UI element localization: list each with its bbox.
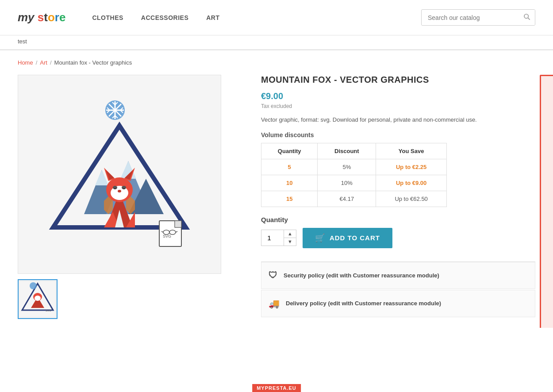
delivery-policy: 🚚 Delivery policy (edit with Customer re…: [261, 290, 535, 317]
shield-icon: 🛡: [269, 270, 277, 281]
policy-section: 🛡 Security policy (edit with Customer re…: [261, 261, 535, 317]
qty-down-button[interactable]: ▼: [284, 238, 296, 246]
search-button[interactable]: [519, 10, 535, 25]
nav-accessories[interactable]: ACCESSORIES: [141, 14, 188, 21]
logo[interactable]: my store: [18, 11, 65, 24]
breadcrumb-sep2: /: [50, 59, 52, 66]
nav-art[interactable]: ART: [206, 14, 219, 21]
header: my store CLOTHES ACCESSORIES ART test: [0, 0, 553, 50]
qty-arrows: ▲ ▼: [284, 230, 296, 246]
tax-label: Tax excluded: [261, 103, 535, 109]
red-overlay-annotation: [540, 75, 553, 328]
breadcrumb-sep1: /: [36, 59, 38, 66]
quantity-input-wrap: 1 ▲ ▼: [261, 230, 296, 246]
sub-header: test: [0, 35, 553, 50]
discount-table: Quantity Discount You Save 5 5% Up to €2…: [261, 143, 447, 207]
add-to-cart-label: ADD TO CART: [330, 234, 380, 242]
quantity-cart-row: 1 ▲ ▼ 🛒 ADD TO CART: [261, 228, 535, 248]
table-save-3: Up to €62.50: [376, 191, 447, 207]
table-discount-2: 10%: [318, 175, 376, 191]
security-policy: 🛡 Security policy (edit with Customer re…: [261, 262, 535, 289]
table-qty-3: 15: [261, 191, 318, 207]
table-header-quantity: Quantity: [261, 143, 318, 159]
product-title: MOUNTAIN FOX - VECTOR GRAPHICS: [261, 75, 535, 85]
breadcrumb-home[interactable]: Home: [18, 59, 33, 66]
thumbnail-1[interactable]: SVG: [18, 279, 58, 319]
product-description: Vector graphic, format: svg. Download fo…: [261, 115, 535, 124]
svg-point-0: [524, 14, 528, 18]
search-box: [421, 9, 535, 26]
table-discount-3: €4.17: [318, 191, 376, 207]
table-row: 15 €4.17 Up to €62.50: [261, 191, 447, 207]
svg-point-52: [35, 296, 41, 301]
search-input[interactable]: [422, 11, 519, 25]
svg-point-31: [118, 190, 121, 192]
delivery-policy-label: Delivery policy (edit with Customer reas…: [286, 300, 441, 307]
breadcrumb-current: Mountain fox - Vector graphics: [54, 59, 132, 66]
sub-nav-test[interactable]: test: [18, 38, 27, 45]
quantity-label: Quantity: [261, 216, 535, 223]
add-to-cart-button[interactable]: 🛒 ADD TO CART: [303, 228, 392, 248]
table-header-discount: Discount: [318, 143, 376, 159]
qty-up-button[interactable]: ▲: [284, 230, 296, 238]
main-product-image[interactable]: SVG: [18, 75, 221, 274]
table-save-2: Up to €9.00: [376, 175, 447, 191]
svg-text:SVG: SVG: [46, 309, 51, 312]
quantity-input[interactable]: 1: [261, 230, 284, 246]
volume-discounts-label: Volume discounts: [261, 131, 535, 138]
table-header-yousave: You Save: [376, 143, 447, 159]
table-qty-2: 10: [261, 175, 318, 191]
product-price: €9.00: [261, 91, 535, 101]
table-qty-1: 5: [261, 159, 318, 175]
breadcrumb-art[interactable]: Art: [40, 59, 47, 66]
svg-line-1: [528, 18, 530, 19]
table-row: 10 10% Up to €9.00: [261, 175, 447, 191]
svg-rect-40: [175, 221, 181, 227]
thumbnail-row: SVG: [18, 279, 248, 319]
table-save-1: Up to €2.25: [376, 159, 447, 175]
cart-icon: 🛒: [315, 233, 325, 243]
nav-clothes[interactable]: CLOTHES: [92, 14, 123, 21]
svg-point-49: [30, 282, 37, 289]
truck-icon: 🚚: [269, 298, 280, 309]
main-nav: CLOTHES ACCESSORIES ART: [92, 14, 421, 21]
breadcrumb: Home / Art / Mountain fox - Vector graph…: [18, 59, 535, 66]
table-discount-1: 5%: [318, 159, 376, 175]
product-images: SVG: [18, 75, 248, 319]
product-details: MOUNTAIN FOX - VECTOR GRAPHICS €9.00 Tax…: [261, 75, 535, 319]
table-row: 5 5% Up to €2.25: [261, 159, 447, 175]
security-policy-label: Security policy (edit with Customer reas…: [284, 272, 439, 279]
